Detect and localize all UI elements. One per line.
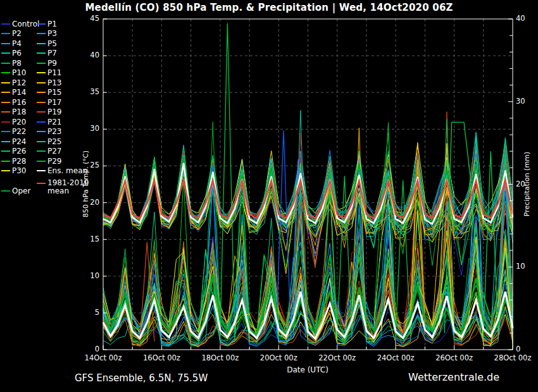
- legend-label: P19: [47, 107, 62, 116]
- legend-label: P16: [12, 98, 27, 107]
- legend-swatch: [37, 92, 46, 93]
- oper-swatch: [1, 190, 10, 192]
- x-tick-label-6: 26Oct 00z: [432, 353, 477, 362]
- legend-label: P8: [12, 59, 22, 68]
- legend-item-p18: P18: [1, 107, 39, 118]
- legend-swatch: [37, 43, 46, 44]
- precip-spike-8: [484, 151, 498, 333]
- legend-swatch: [37, 63, 46, 64]
- legend-item-p22: P22: [1, 127, 39, 137]
- legend-label: P25: [47, 137, 62, 146]
- legend-label: P23: [47, 127, 62, 136]
- legend-label: P15: [47, 88, 62, 97]
- legend-label: Control: [12, 20, 39, 28]
- legend-label: P2: [12, 29, 22, 38]
- legend-label: P30: [12, 166, 27, 175]
- legend-swatch: [1, 23, 10, 25]
- legend-swatch: [37, 121, 46, 123]
- legend-label: P26: [12, 147, 27, 156]
- legend-swatch: [1, 92, 10, 93]
- legend-label: P28: [12, 157, 27, 166]
- legend-swatch: [37, 102, 46, 103]
- legend-swatch: [37, 23, 46, 25]
- legend-label: P7: [47, 49, 57, 58]
- legend-item-p8: P8: [1, 58, 39, 68]
- legend-label: P4: [12, 39, 22, 48]
- legend-item-p12: P12: [1, 78, 39, 88]
- legend-item-p26: P26: [1, 147, 39, 157]
- legend-swatch: [37, 131, 46, 132]
- legend-item-p2: P2: [1, 29, 39, 39]
- x-tick-label-3: 20Oct 00z: [256, 353, 301, 362]
- legend-swatch: [37, 170, 46, 171]
- right-tick-label-40: 40: [516, 14, 525, 23]
- legend-item-p17: P17: [37, 97, 87, 107]
- legend-item-p10: P10: [1, 68, 39, 78]
- legend-label: P13: [47, 78, 62, 87]
- legend-label: P29: [47, 157, 62, 166]
- legend-item-p9: P9: [37, 58, 87, 68]
- left-tick-label-5: 5: [78, 308, 99, 317]
- legend-item-p4: P4: [1, 39, 39, 49]
- legend-item-p28: P28: [1, 156, 39, 166]
- legend-label: P20: [12, 118, 27, 126]
- legend-label: P17: [47, 98, 62, 107]
- legend-swatch: [37, 161, 46, 162]
- legend-item-p5: P5: [37, 39, 87, 49]
- legend-label: P1: [47, 20, 57, 28]
- legend-label: P21: [47, 118, 62, 126]
- right-tick-label-30: 30: [516, 97, 525, 106]
- legend-label: P22: [12, 127, 27, 136]
- left-tick-label-15: 15: [78, 235, 99, 243]
- left-tick-label-10: 10: [78, 271, 99, 280]
- legend-swatch: [1, 121, 10, 123]
- legend-swatch: [1, 161, 10, 162]
- meteogram-page: { "title": "Medellín (CO) 850 hPa Temp. …: [0, 0, 538, 392]
- legend-column-1: ControlP2P4P6P8P10P12P14P16P18P20P22P24P…: [1, 19, 39, 176]
- legend-item-p30: P30: [1, 166, 39, 176]
- footer-model-info: GFS Ensemble, 6.5N, 75.5W: [75, 372, 208, 384]
- x-tick-label-4: 22Oct 00z: [315, 353, 360, 362]
- left-tick-label-20: 20: [78, 198, 99, 207]
- legend-column-2: P1P3P5P7P9P11P13P15P17P19P21P23P25P27P29…: [37, 19, 87, 176]
- legend-label: P3: [47, 29, 57, 38]
- legend-swatch: [37, 141, 46, 142]
- x-tick-label-7: 28Oct 00z: [491, 353, 535, 362]
- right-tick-label-10: 10: [516, 262, 525, 271]
- legend-swatch: [1, 63, 10, 64]
- x-tick-label-0: 14Oct 00z: [81, 353, 125, 362]
- legend-swatch: [1, 82, 10, 83]
- x-tick-label-5: 24Oct 00z: [373, 353, 418, 362]
- legend-item-p27: P27: [37, 147, 87, 157]
- legend-item-p16: P16: [1, 97, 39, 107]
- legend-swatch: [37, 52, 46, 54]
- legend-label: P14: [12, 88, 27, 97]
- legend-item-p20: P20: [1, 117, 39, 127]
- legend-swatch: [37, 82, 46, 83]
- clim-mean-swatch: [37, 183, 46, 184]
- left-tick-label-25: 25: [78, 161, 99, 169]
- x-tick-label-2: 18Oct 00z: [198, 353, 242, 362]
- x-tick-label-1: 16Oct 00z: [139, 353, 184, 362]
- legend-label: P9: [47, 59, 57, 68]
- right-tick-label-0: 0: [516, 345, 520, 353]
- footer-site-name: Wetterzentrale.de: [408, 371, 499, 383]
- legend-label: P27: [47, 147, 62, 156]
- legend-label: P24: [12, 137, 27, 146]
- legend-swatch: [1, 111, 10, 113]
- legend-item-p11: P11: [37, 68, 87, 78]
- legend-swatch: [37, 33, 46, 34]
- legend-swatch: [1, 52, 10, 54]
- left-tick-label-40: 40: [78, 51, 99, 59]
- legend-item-control: Control: [1, 19, 39, 29]
- legend-swatch: [1, 102, 10, 103]
- legend-swatch: [1, 131, 10, 132]
- legend-swatch: [1, 170, 10, 171]
- legend-item-p24: P24: [1, 137, 39, 147]
- legend-label: P5: [47, 39, 57, 48]
- left-axis-title: 850 hPa Temp. (°C): [82, 133, 91, 235]
- legend-swatch: [1, 43, 10, 44]
- legend-swatch: [37, 72, 46, 73]
- legend-label: P6: [12, 49, 22, 58]
- left-tick-label-35: 35: [78, 87, 99, 96]
